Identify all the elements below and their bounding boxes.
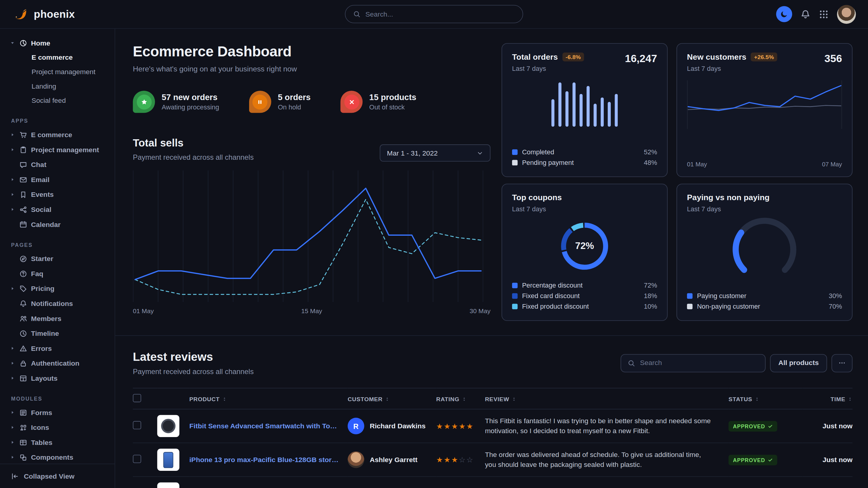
product-link[interactable]: Fitbit Sense Advanced Smartwatch with To… (189, 422, 348, 430)
sidebar-item-starter[interactable]: Starter (5, 251, 109, 266)
sidebar-section-modules: MODULES (11, 395, 109, 401)
brand[interactable]: phoenix (12, 6, 75, 22)
caret-right-icon (10, 192, 16, 197)
dashboard-left-column: Ecommerce Dashboard Here's what's going … (133, 43, 491, 321)
total-sells-header: Total sells Payment received across all … (133, 137, 491, 162)
product-link[interactable]: iPhone 13 pro max-Pacific Blue-128GB sto… (189, 456, 348, 464)
caret-down-icon (10, 40, 16, 45)
sidebar-item-errors[interactable]: Errors (5, 341, 109, 356)
dashboard-section: Ecommerce Dashboard Here's what's going … (115, 29, 868, 321)
collapsed-view-label: Collapsed View (24, 472, 74, 480)
customer-avatar (348, 452, 364, 468)
notifications-button[interactable] (801, 9, 810, 19)
legend-value: 52% (644, 148, 657, 156)
sidebar-item-forms[interactable]: Forms (5, 405, 109, 420)
sidebar-item-events[interactable]: Events (5, 187, 109, 202)
reviews-search[interactable] (621, 354, 766, 372)
sidebar-item-home[interactable]: Home (5, 35, 109, 50)
stat-value: 5 orders (278, 93, 311, 102)
sidebar-item-timeline[interactable]: Timeline (5, 326, 109, 341)
chevron-down-icon (476, 150, 483, 157)
sidebar-item-authentication[interactable]: Authentication (5, 356, 109, 371)
sidebar-item-email[interactable]: Email (5, 172, 109, 187)
sidebar-item-pricing[interactable]: Pricing (5, 281, 109, 296)
column-header-status[interactable]: STATUS (728, 388, 803, 409)
x-icon (344, 94, 359, 109)
column-header-product[interactable]: PRODUCT (189, 388, 348, 409)
sidebar-item-project-management[interactable]: Project management (5, 142, 109, 157)
sidebar-item-layouts[interactable]: Layouts (5, 371, 109, 386)
sidebar-item-label: Home (31, 39, 50, 47)
column-header-review[interactable]: REVIEW (485, 388, 728, 409)
mail-icon (19, 176, 27, 184)
sidebar-item-components[interactable]: Components (5, 450, 109, 464)
collapsed-view-toggle[interactable]: Collapsed View (0, 464, 115, 488)
sidebar-item-e-commerce[interactable]: E commerce (5, 50, 109, 65)
tag-icon (19, 285, 27, 292)
legend-swatch (512, 303, 518, 309)
change-badge: +26.5% (751, 53, 777, 61)
column-header-time[interactable]: TIME (803, 388, 852, 409)
all-products-button[interactable]: All products (770, 354, 827, 372)
global-search-input[interactable] (365, 10, 515, 18)
theme-toggle-button[interactable] (776, 6, 792, 22)
stat-label: On hold (278, 103, 311, 111)
sidebar-item-members[interactable]: Members (5, 311, 109, 326)
legend-item-paying-customer: Paying customer 30% (687, 291, 842, 301)
stat-value: 15 products (369, 93, 416, 102)
sidebar-item-faq[interactable]: Faq (5, 266, 109, 281)
more-options-button[interactable] (832, 354, 852, 372)
product-image (157, 483, 179, 488)
row-checkbox[interactable] (133, 421, 142, 429)
sidebar-item-label: Faq (31, 270, 43, 278)
sidebar-item-calendar[interactable]: Calendar (5, 217, 109, 232)
time-cell: Just now (803, 409, 852, 443)
table-icon (19, 438, 27, 446)
pie-chart-icon (19, 39, 27, 47)
stat-value: 57 new orders (162, 93, 219, 102)
sidebar-item-notifications[interactable]: Notifications (5, 296, 109, 311)
sidebar-item-label: E commerce (31, 131, 72, 139)
stat-label: Awating processing (162, 103, 219, 111)
total-sells-subtitle: Payment received across all channels (133, 153, 254, 162)
sidebar-item-icons[interactable]: Icons (5, 420, 109, 435)
table-row: Fitbit Sense Advanced Smartwatch with To… (133, 409, 852, 443)
legend-value: 10% (644, 302, 657, 310)
select-all-checkbox[interactable] (133, 394, 142, 402)
column-header-customer[interactable]: CUSTOMER (348, 388, 436, 409)
card-new-customers: New customers +26.5% Last 7 days 356 01 … (677, 43, 852, 177)
compass-icon (19, 255, 27, 263)
row-checkbox[interactable] (133, 455, 142, 463)
global-search[interactable] (345, 5, 523, 24)
legend-label: Paying customer (697, 292, 746, 300)
column-header-rating[interactable]: RATING (436, 388, 485, 409)
header-row: PRODUCTCUSTOMERRATINGREVIEWSTATUSTIME (133, 388, 852, 409)
pause-icon (253, 94, 268, 109)
main-content: Ecommerce Dashboard Here's what's going … (115, 29, 868, 488)
customer-cell: Ashley Garrett (348, 452, 436, 468)
sidebar-item-chat[interactable]: Chat (5, 157, 109, 172)
date-range-select[interactable]: Mar 1 - 31, 2022 (380, 144, 490, 162)
sidebar-item-project-management[interactable]: Project management (5, 65, 109, 79)
apps-menu-button[interactable] (819, 9, 829, 19)
top-coupons-donut-chart: 72% (556, 217, 614, 275)
sidebar-item-landing[interactable]: Landing (5, 79, 109, 93)
stats-row: 57 new orders Awating processing 5 order… (133, 91, 491, 113)
sidebar-item-social[interactable]: Social (5, 202, 109, 217)
top-coupons-legend: Percentage discount 72% Fixed card disco… (512, 275, 657, 312)
reviews-search-input[interactable] (640, 359, 758, 367)
page-title: Ecommerce Dashboard (133, 43, 491, 60)
nine-dots-icon (819, 9, 829, 19)
legend-item-pending-payment: Pending payment 48% (512, 157, 657, 168)
sidebar-item-e-commerce[interactable]: E commerce (5, 127, 109, 142)
legend-swatch (687, 303, 692, 309)
sidebar-item-label: Timeline (31, 329, 59, 337)
legend-item-non-paying-customer: Non-paying customer 70% (687, 301, 842, 312)
latest-reviews-section: Latest reviews Payment received across a… (115, 336, 868, 488)
sidebar-item-tables[interactable]: Tables (5, 435, 109, 450)
total-sells-x-axis: 01 May 15 May 30 May (133, 308, 491, 314)
profile-avatar[interactable] (837, 5, 856, 24)
lock-icon (19, 359, 27, 367)
sidebar-item-social-feed[interactable]: Social feed (5, 93, 109, 108)
sidebar-item-label: Social (31, 205, 52, 214)
